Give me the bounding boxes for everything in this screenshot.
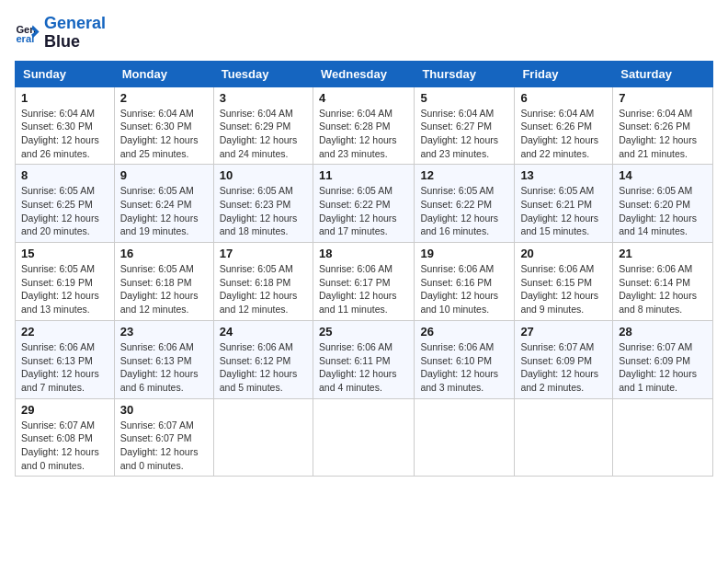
day-number: 19 bbox=[420, 247, 508, 260]
calendar-day-cell: 22Sunrise: 6:06 AMSunset: 6:13 PMDayligh… bbox=[16, 320, 115, 398]
day-number: 12 bbox=[420, 168, 508, 182]
day-number: 16 bbox=[120, 247, 208, 260]
day-info: Sunrise: 6:06 AMSunset: 6:13 PMDaylight:… bbox=[120, 340, 208, 395]
calendar-day-cell: 9Sunrise: 6:05 AMSunset: 6:24 PMDaylight… bbox=[114, 165, 213, 243]
calendar-day-cell: 28Sunrise: 6:07 AMSunset: 6:09 PMDayligh… bbox=[613, 320, 713, 398]
logo-line2: Blue bbox=[44, 33, 106, 52]
calendar-day-cell bbox=[415, 398, 515, 477]
calendar-day-cell: 27Sunrise: 6:07 AMSunset: 6:09 PMDayligh… bbox=[515, 320, 613, 398]
day-info: Sunrise: 6:04 AMSunset: 6:27 PMDaylight:… bbox=[420, 107, 508, 161]
day-number: 1 bbox=[21, 91, 108, 105]
calendar-day-cell bbox=[613, 398, 713, 477]
day-number: 13 bbox=[520, 168, 607, 182]
calendar-day-cell: 5Sunrise: 6:04 AMSunset: 6:27 PMDaylight… bbox=[415, 86, 515, 165]
calendar-week-row: 1Sunrise: 6:04 AMSunset: 6:30 PMDaylight… bbox=[16, 86, 713, 165]
day-info: Sunrise: 6:04 AMSunset: 6:26 PMDaylight:… bbox=[619, 107, 707, 161]
calendar-week-row: 8Sunrise: 6:05 AMSunset: 6:25 PMDaylight… bbox=[16, 165, 713, 243]
day-number: 23 bbox=[120, 325, 208, 339]
day-info: Sunrise: 6:04 AMSunset: 6:30 PMDaylight:… bbox=[120, 107, 208, 161]
day-number: 27 bbox=[520, 325, 607, 339]
calendar-table: SundayMondayTuesdayWednesdayThursdayFrid… bbox=[15, 61, 713, 477]
page-header: Gen eral General Blue bbox=[15, 15, 713, 52]
day-number: 4 bbox=[319, 91, 408, 105]
calendar-day-cell: 26Sunrise: 6:06 AMSunset: 6:10 PMDayligh… bbox=[415, 320, 515, 398]
day-number: 29 bbox=[21, 403, 108, 417]
calendar-day-cell: 30Sunrise: 6:07 AMSunset: 6:07 PMDayligh… bbox=[114, 398, 213, 477]
day-number: 6 bbox=[520, 91, 607, 105]
weekday-header-cell: Friday bbox=[515, 61, 613, 86]
weekday-header-cell: Tuesday bbox=[213, 61, 313, 86]
calendar-week-row: 22Sunrise: 6:06 AMSunset: 6:13 PMDayligh… bbox=[16, 320, 713, 398]
day-number: 14 bbox=[619, 168, 707, 182]
day-info: Sunrise: 6:05 AMSunset: 6:23 PMDaylight:… bbox=[220, 184, 307, 238]
calendar-day-cell: 2Sunrise: 6:04 AMSunset: 6:30 PMDaylight… bbox=[114, 86, 213, 165]
day-info: Sunrise: 6:06 AMSunset: 6:17 PMDaylight:… bbox=[319, 262, 408, 316]
day-info: Sunrise: 6:04 AMSunset: 6:28 PMDaylight:… bbox=[319, 107, 408, 161]
day-number: 10 bbox=[220, 168, 307, 182]
calendar-day-cell: 15Sunrise: 6:05 AMSunset: 6:19 PMDayligh… bbox=[16, 243, 115, 321]
calendar-day-cell: 7Sunrise: 6:04 AMSunset: 6:26 PMDaylight… bbox=[613, 86, 713, 165]
weekday-header-cell: Monday bbox=[114, 61, 213, 86]
day-info: Sunrise: 6:06 AMSunset: 6:16 PMDaylight:… bbox=[420, 262, 508, 316]
calendar-week-row: 15Sunrise: 6:05 AMSunset: 6:19 PMDayligh… bbox=[16, 243, 713, 321]
weekday-header-cell: Wednesday bbox=[313, 61, 414, 86]
calendar-day-cell: 3Sunrise: 6:04 AMSunset: 6:29 PMDaylight… bbox=[213, 86, 313, 165]
day-info: Sunrise: 6:07 AMSunset: 6:07 PMDaylight:… bbox=[120, 419, 208, 473]
calendar-day-cell: 4Sunrise: 6:04 AMSunset: 6:28 PMDaylight… bbox=[313, 86, 414, 165]
day-info: Sunrise: 6:05 AMSunset: 6:21 PMDaylight:… bbox=[520, 184, 607, 238]
calendar-day-cell bbox=[313, 398, 414, 477]
day-info: Sunrise: 6:04 AMSunset: 6:29 PMDaylight:… bbox=[220, 107, 307, 161]
day-info: Sunrise: 6:06 AMSunset: 6:12 PMDaylight:… bbox=[220, 340, 307, 395]
day-info: Sunrise: 6:05 AMSunset: 6:25 PMDaylight:… bbox=[21, 184, 108, 238]
day-info: Sunrise: 6:05 AMSunset: 6:22 PMDaylight:… bbox=[420, 184, 508, 238]
day-info: Sunrise: 6:07 AMSunset: 6:09 PMDaylight:… bbox=[619, 340, 707, 395]
day-info: Sunrise: 6:06 AMSunset: 6:13 PMDaylight:… bbox=[21, 340, 108, 395]
day-info: Sunrise: 6:06 AMSunset: 6:14 PMDaylight:… bbox=[619, 262, 707, 316]
calendar-day-cell: 6Sunrise: 6:04 AMSunset: 6:26 PMDaylight… bbox=[515, 86, 613, 165]
day-number: 3 bbox=[220, 91, 307, 105]
day-number: 15 bbox=[21, 247, 108, 260]
day-info: Sunrise: 6:06 AMSunset: 6:11 PMDaylight:… bbox=[319, 340, 408, 395]
day-info: Sunrise: 6:05 AMSunset: 6:18 PMDaylight:… bbox=[220, 262, 307, 316]
calendar-day-cell: 25Sunrise: 6:06 AMSunset: 6:11 PMDayligh… bbox=[313, 320, 414, 398]
calendar-day-cell: 16Sunrise: 6:05 AMSunset: 6:18 PMDayligh… bbox=[114, 243, 213, 321]
calendar-day-cell: 29Sunrise: 6:07 AMSunset: 6:08 PMDayligh… bbox=[16, 398, 115, 477]
day-number: 7 bbox=[619, 91, 707, 105]
logo-line1: General bbox=[44, 15, 106, 33]
day-info: Sunrise: 6:04 AMSunset: 6:26 PMDaylight:… bbox=[520, 107, 607, 161]
weekday-header-cell: Saturday bbox=[613, 61, 713, 86]
day-number: 25 bbox=[319, 325, 408, 339]
day-number: 24 bbox=[220, 325, 307, 339]
calendar-day-cell: 13Sunrise: 6:05 AMSunset: 6:21 PMDayligh… bbox=[515, 165, 613, 243]
day-info: Sunrise: 6:07 AMSunset: 6:09 PMDaylight:… bbox=[520, 340, 607, 395]
calendar-day-cell: 23Sunrise: 6:06 AMSunset: 6:13 PMDayligh… bbox=[114, 320, 213, 398]
day-number: 30 bbox=[120, 403, 208, 417]
day-number: 20 bbox=[520, 247, 607, 260]
day-info: Sunrise: 6:05 AMSunset: 6:19 PMDaylight:… bbox=[21, 262, 108, 316]
day-number: 9 bbox=[120, 168, 208, 182]
calendar-day-cell bbox=[213, 398, 313, 477]
calendar-day-cell: 8Sunrise: 6:05 AMSunset: 6:25 PMDaylight… bbox=[16, 165, 115, 243]
day-info: Sunrise: 6:05 AMSunset: 6:24 PMDaylight:… bbox=[120, 184, 208, 238]
day-number: 18 bbox=[319, 247, 408, 260]
day-number: 22 bbox=[21, 325, 108, 339]
day-info: Sunrise: 6:05 AMSunset: 6:20 PMDaylight:… bbox=[619, 184, 707, 238]
calendar-day-cell: 11Sunrise: 6:05 AMSunset: 6:22 PMDayligh… bbox=[313, 165, 414, 243]
logo: Gen eral General Blue bbox=[15, 15, 106, 52]
calendar-day-cell: 19Sunrise: 6:06 AMSunset: 6:16 PMDayligh… bbox=[415, 243, 515, 321]
calendar-day-cell bbox=[515, 398, 613, 477]
logo-icon: Gen eral bbox=[15, 20, 40, 46]
calendar-day-cell: 24Sunrise: 6:06 AMSunset: 6:12 PMDayligh… bbox=[213, 320, 313, 398]
calendar-day-cell: 1Sunrise: 6:04 AMSunset: 6:30 PMDaylight… bbox=[16, 86, 115, 165]
calendar-day-cell: 17Sunrise: 6:05 AMSunset: 6:18 PMDayligh… bbox=[213, 243, 313, 321]
day-info: Sunrise: 6:05 AMSunset: 6:18 PMDaylight:… bbox=[120, 262, 208, 316]
weekday-header-row: SundayMondayTuesdayWednesdayThursdayFrid… bbox=[16, 61, 713, 86]
day-number: 26 bbox=[420, 325, 508, 339]
calendar-day-cell: 12Sunrise: 6:05 AMSunset: 6:22 PMDayligh… bbox=[415, 165, 515, 243]
calendar-day-cell: 14Sunrise: 6:05 AMSunset: 6:20 PMDayligh… bbox=[613, 165, 713, 243]
day-number: 28 bbox=[619, 325, 707, 339]
weekday-header-cell: Thursday bbox=[415, 61, 515, 86]
day-info: Sunrise: 6:05 AMSunset: 6:22 PMDaylight:… bbox=[319, 184, 408, 238]
day-number: 8 bbox=[21, 168, 108, 182]
day-number: 21 bbox=[619, 247, 707, 260]
